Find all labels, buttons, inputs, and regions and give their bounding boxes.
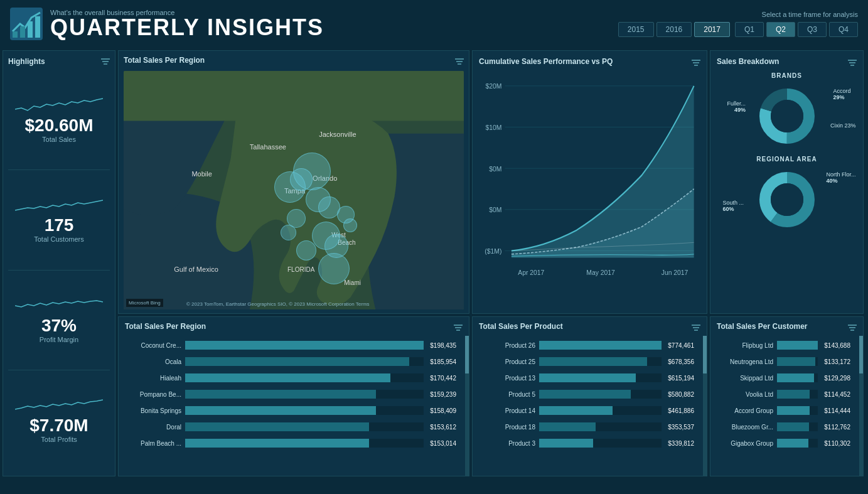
map-container: Mobile Tallahassee Jacksonville Tampa Or… <box>124 71 464 309</box>
bar-track <box>539 439 662 448</box>
svg-rect-5 <box>101 58 110 60</box>
svg-text:Tallahassee: Tallahassee <box>250 143 286 151</box>
cumulative-filter-icon[interactable] <box>692 58 700 69</box>
svg-rect-10 <box>458 63 461 65</box>
time-frame-label: Select a time frame for analysis <box>762 11 858 18</box>
year-2015-button[interactable]: 2015 <box>618 22 654 37</box>
map-bubble-5 <box>281 225 296 240</box>
list-item: Accord Group $114,444 <box>717 404 850 417</box>
bar-fill <box>777 406 810 415</box>
bar-label: Doral <box>125 424 181 431</box>
quarter-q4-button[interactable]: Q4 <box>829 22 858 37</box>
quarter-q3-button[interactable]: Q3 <box>798 22 827 37</box>
bar-value: $774,461 <box>668 342 694 349</box>
bar-label: Coconut Cre... <box>125 342 181 349</box>
bar-track <box>185 341 424 350</box>
svg-rect-39 <box>849 62 855 63</box>
svg-rect-1 <box>13 31 18 38</box>
region-bar-filter-icon[interactable] <box>454 323 463 334</box>
bar-label: Accord Group <box>717 407 773 414</box>
bar-value: $461,886 <box>668 407 694 414</box>
bar-track <box>539 406 662 415</box>
breakdown-filter-icon[interactable] <box>848 58 857 69</box>
highlights-filter-icon[interactable] <box>101 57 110 68</box>
svg-text:FLORIDA: FLORIDA <box>287 266 315 273</box>
customer-scrollbar[interactable] <box>859 336 863 476</box>
customer-bars-container: Flipbug Ltd $143,688 Neutrogena Ltd $133… <box>717 338 857 450</box>
svg-text:$20M: $20M <box>485 82 501 90</box>
bar-fill <box>185 390 376 399</box>
header-text: What's the overall business performance … <box>50 9 618 39</box>
map-panel-title: Total Sales Per Region <box>124 56 205 65</box>
year-2016-button[interactable]: 2016 <box>656 22 692 37</box>
bar-label: Gigabox Group <box>717 440 773 447</box>
product-bar-filter-icon[interactable] <box>692 323 700 334</box>
brands-cixin-label: Cixin 23% <box>830 122 856 129</box>
bar-fill <box>777 439 808 448</box>
region-bar-panel: Total Sales Per Region Coconut Cre... $1… <box>118 316 469 476</box>
bar-label: Bluezoom Gr... <box>717 424 773 431</box>
customer-bar-panel: Total Sales Per Customer Flipbug Ltd $14… <box>710 316 864 476</box>
bar-value: $143,688 <box>824 342 850 349</box>
quarter-buttons: Q1 Q2 Q3 Q4 <box>735 22 858 37</box>
bar-fill <box>539 390 631 399</box>
map-bubble-miami <box>318 253 350 284</box>
regional-label: REGIONAL AREA <box>756 156 817 163</box>
highlight-total-sales: $20.60M Total Sales <box>8 70 110 170</box>
list-item: Neutrogena Ltd $133,172 <box>717 355 850 368</box>
total-customers-value: 175 <box>45 217 74 234</box>
bar-fill <box>777 357 815 366</box>
svg-rect-48 <box>454 325 463 326</box>
list-item: Product 13 $615,194 <box>479 371 694 385</box>
product-bars-container: Product 26 $774,461 Product 25 $678,356 … <box>479 338 700 450</box>
map-attribution: Microsoft Bing <box>126 299 163 307</box>
bar-fill <box>777 341 818 350</box>
map-filter-icon[interactable] <box>455 57 464 68</box>
list-item: Voolia Ltd $114,452 <box>717 387 850 401</box>
bar-fill <box>539 439 593 448</box>
svg-rect-4 <box>35 16 40 38</box>
bar-value: $153,612 <box>430 424 456 431</box>
bar-track <box>185 439 424 448</box>
year-2017-button[interactable]: 2017 <box>694 22 730 37</box>
profit-margin-label: Profit Margin <box>40 336 78 343</box>
brands-fuller-label: Fuller... 49% <box>727 100 746 113</box>
regional-south-label: South ... 60% <box>723 200 744 212</box>
list-item: Product 25 $678,356 <box>479 355 694 368</box>
bar-value: $153,014 <box>430 440 456 447</box>
total-profits-value: $7.70M <box>29 417 88 434</box>
list-item: Pompano Be... $159,239 <box>125 387 456 401</box>
bar-track <box>539 373 662 382</box>
svg-rect-56 <box>850 330 854 331</box>
bar-track <box>777 422 818 431</box>
bar-track <box>539 357 662 366</box>
list-item: Coconut Cre... $198,435 <box>125 338 456 352</box>
regional-section: REGIONAL AREA North Flor... 40% South ..… <box>717 156 857 234</box>
bar-label: Product 14 <box>479 407 535 414</box>
bar-value: $580,882 <box>668 391 694 398</box>
product-scrollbar[interactable] <box>703 336 707 476</box>
list-item: Gigabox Group $110,302 <box>717 436 850 450</box>
bar-label: Product 25 <box>479 358 535 365</box>
list-item: Doral $153,612 <box>125 420 456 434</box>
list-item: Product 3 $339,812 <box>479 436 694 450</box>
list-item: Bluezoom Gr... $112,762 <box>717 420 850 434</box>
list-item: Palm Beach ... $153,014 <box>125 436 456 450</box>
svg-rect-22 <box>692 60 700 61</box>
bar-label: Product 13 <box>479 375 535 382</box>
bar-fill <box>777 390 810 399</box>
region-scrollbar[interactable] <box>465 336 469 476</box>
quarter-q2-button[interactable]: Q2 <box>766 22 795 37</box>
breakdown-panel-title: Sales Breakdown <box>717 57 779 66</box>
bar-fill <box>777 373 814 382</box>
customer-bar-filter-icon[interactable] <box>848 323 857 334</box>
bar-track <box>777 406 818 415</box>
list-item: Bonita Springs $158,409 <box>125 404 456 417</box>
quarter-q1-button[interactable]: Q1 <box>735 22 764 37</box>
bar-fill <box>185 439 369 448</box>
svg-text:Mobile: Mobile <box>191 170 212 178</box>
bar-track <box>185 373 424 382</box>
svg-rect-40 <box>850 65 854 66</box>
bar-fill <box>539 357 647 366</box>
sparkline-profits <box>15 397 103 414</box>
